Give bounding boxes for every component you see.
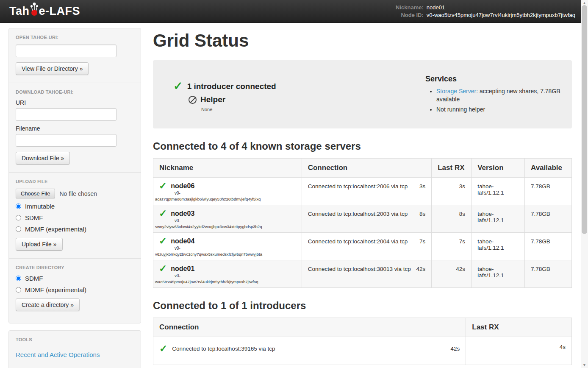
vertical-scrollbar[interactable]: ▲ ▼	[581, 0, 588, 368]
download-file-button[interactable]: Download File »	[16, 152, 70, 164]
mkdir-format-sdmf-label: SDMF	[25, 275, 43, 282]
introducer-connection: Connected to tcp:localhost:39165 via tcp	[172, 346, 275, 352]
services-block: Services Storage Server: accepting new s…	[425, 70, 561, 116]
main-content: Grid Status ✓ 1 introducer connected Hel…	[153, 28, 572, 368]
server-id: wao5tzv45pmoju47jow7rvl4ukirjm5ytbh2kjty…	[155, 279, 297, 284]
choose-file-button[interactable]: Choose File	[16, 189, 55, 198]
col-last-rx: Last RX	[432, 159, 472, 178]
download-uri-input[interactable]	[16, 108, 116, 121]
server-nickname: node01	[171, 265, 194, 273]
helper-title: Helper	[200, 95, 225, 104]
col-connection: Connection	[153, 318, 466, 337]
server-connection-time: 3s	[419, 183, 425, 190]
mkdir-format-mdmf-radio[interactable]	[16, 287, 21, 293]
upload-format-sdmf-label: SDMF	[25, 214, 43, 221]
col-version: Version	[472, 159, 525, 178]
open-tahoe-uri-section: OPEN TAHOE-URI: View File or Directory »	[9, 28, 141, 83]
uri-field-label: URI	[16, 99, 134, 106]
introducer-last-rx: 4s	[466, 337, 572, 365]
filename-field-label: Filename	[16, 125, 134, 132]
server-id-prefix: v0-	[175, 218, 297, 223]
server-id: v6zuyjkbrrkqy2bvc2cny7qwax5sxumedsxfzfjw…	[155, 252, 297, 256]
table-row: ✓ node04 v0- v6zuyjkbrrkqy2bvc2cny7qwax5…	[153, 233, 572, 260]
grid-status-summary: ✓ 1 introducer connected Helper None Ser…	[153, 60, 572, 128]
view-file-or-directory-button[interactable]: View File or Directory »	[16, 62, 89, 75]
introducers-header-row: Connection Last RX	[153, 318, 572, 337]
helper-value: None	[201, 107, 425, 112]
connected-check-icon: ✓	[159, 264, 167, 273]
table-row: ✓ node06 v0- acaz7qptmeo6m3asjlgkb6iwlyu…	[153, 178, 572, 205]
server-version: tahoe-lafs/1.12.1	[472, 233, 525, 260]
create-directory-button[interactable]: Create a directory »	[16, 298, 80, 311]
table-row: ✓ Connected to tcp:localhost:39165 via t…	[153, 337, 572, 365]
server-connection: Connected to tcp:localhost:2004 via tcp	[308, 238, 408, 245]
storage-servers-heading: Connected to 4 of 4 known storage server…	[153, 140, 572, 152]
page-title: Grid Status	[153, 31, 572, 51]
logo-text-suffix: e-LAFS	[39, 5, 80, 18]
server-available: 7.78GB	[525, 260, 572, 288]
open-tahoe-uri-input[interactable]	[16, 45, 116, 57]
tahoe-molecule-icon	[30, 2, 39, 21]
server-connection: Connected to tcp:localhost:38013 via tcp	[308, 266, 411, 272]
nickname-label: Nickname:	[396, 4, 424, 11]
server-last-rx: 7s	[432, 233, 472, 260]
nickname-value: node01	[427, 4, 575, 11]
logo-text-prefix: Tah	[9, 5, 30, 18]
node-id-label: Node ID:	[396, 12, 424, 18]
create-directory-section: CREATE DIRECTORY SDMF MDMF (experimental…	[9, 258, 141, 323]
server-id: acaz7qptmeo6m3asjlgkb6iwlyuqey53hz26tbdm…	[155, 197, 297, 201]
recent-operations-link[interactable]: Recent and Active Operations	[16, 351, 100, 358]
upload-file-section: UPLOAD FILE Choose File No file chosen I…	[9, 172, 141, 258]
mkdir-format-sdmf-radio[interactable]	[16, 276, 21, 281]
server-last-rx: 42s	[432, 260, 472, 288]
scroll-down-icon[interactable]: ▼	[581, 362, 588, 368]
storage-servers-table: Nickname Connection Last RX Version Avai…	[153, 158, 572, 288]
open-tahoe-uri-label: OPEN TAHOE-URI:	[16, 35, 134, 40]
node-id-value: v0-wao5tzv45pmoju47jow7rvl4ukirjm5ytbh2k…	[427, 12, 575, 18]
tahoe-lafs-logo[interactable]: Tah e-LAFS	[9, 2, 80, 21]
storage-servers-header-row: Nickname Connection Last RX Version Avai…	[153, 159, 572, 178]
server-available: 7.78GB	[525, 233, 572, 260]
col-nickname: Nickname	[153, 159, 302, 178]
server-available: 7.78GB	[525, 205, 572, 233]
server-id: swny2viyw63ofxwi4x2yykd2woqjbpx3cw34xtri…	[155, 224, 297, 229]
upload-file-button[interactable]: Upload File »	[16, 238, 63, 251]
server-connection: Connected to tcp:localhost:2003 via tcp	[308, 211, 408, 217]
introducers-heading: Connected to 1 of 1 introducers	[153, 300, 572, 312]
upload-format-immutable-radio[interactable]	[16, 204, 21, 209]
server-nickname: node03	[171, 210, 194, 217]
server-connection-time: 42s	[416, 266, 425, 272]
server-available: 7.78GB	[525, 178, 572, 205]
upload-file-label: UPLOAD FILE	[16, 179, 134, 184]
introducer-status-text: 1 introducer connected	[187, 82, 276, 91]
server-last-rx: 3s	[432, 178, 472, 205]
server-connection: Connected to tcp:localhost:2006 via tcp	[308, 183, 408, 190]
upload-format-sdmf-radio[interactable]	[16, 215, 21, 220]
server-id-prefix: v0-	[175, 246, 297, 251]
sidebar-forms-panel: OPEN TAHOE-URI: View File or Directory »…	[8, 28, 141, 323]
top-bar: Tah e-LAFS Nickname: node01 Node ID: v0-…	[0, 0, 588, 23]
service-storage-item: Storage Server: accepting new shares, 7.…	[436, 87, 561, 103]
server-id-prefix: v0-	[175, 191, 297, 195]
no-file-chosen-text: No file chosen	[59, 190, 97, 197]
upload-format-immutable-label: Immutable	[25, 203, 55, 210]
server-nickname: node06	[171, 182, 194, 190]
table-row: ✓ node01 v0- wao5tzv45pmoju47jow7rvl4uki…	[153, 260, 572, 288]
download-tahoe-uri-section: DOWNLOAD TAHOE-URI: URI Filename Downloa…	[9, 83, 141, 172]
server-connection-time: 7s	[419, 238, 425, 245]
introducers-table: Connection Last RX ✓ Connected to tcp:lo…	[153, 318, 572, 365]
server-nickname: node04	[171, 237, 194, 245]
server-version: tahoe-lafs/1.12.1	[472, 178, 525, 205]
scrollbar-thumb[interactable]	[582, 5, 587, 234]
service-helper-item: Not running helper	[436, 106, 561, 114]
server-version: tahoe-lafs/1.12.1	[472, 260, 525, 288]
storage-server-link[interactable]: Storage Server	[436, 88, 476, 95]
col-last-rx: Last RX	[466, 318, 572, 337]
upload-format-mdmf-radio[interactable]	[16, 226, 21, 232]
col-available: Available	[525, 159, 572, 178]
connected-check-icon: ✓	[159, 236, 167, 246]
node-info: Nickname: node01 Node ID: v0-wao5tzv45pm…	[396, 4, 575, 18]
col-connection: Connection	[302, 159, 432, 178]
tools-label: TOOLS	[16, 337, 134, 342]
download-filename-input[interactable]	[16, 134, 116, 147]
